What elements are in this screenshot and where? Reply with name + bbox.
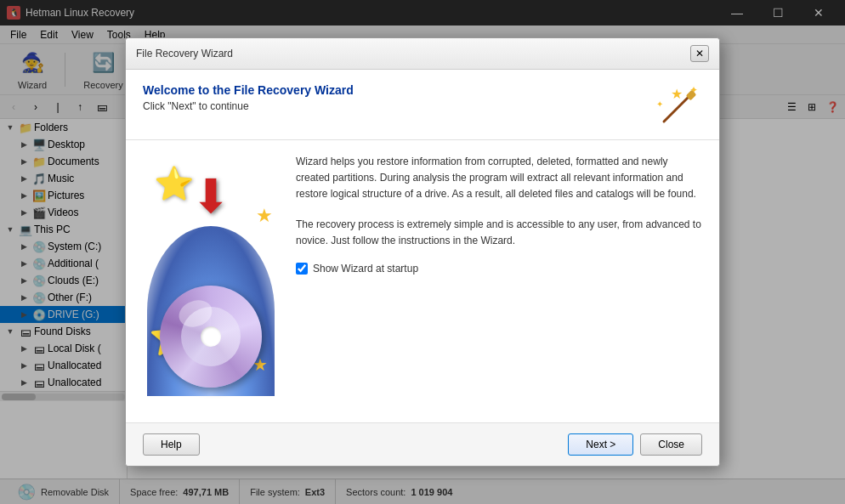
footer-left: Help — [143, 433, 200, 456]
down-arrow: ⬇ — [191, 173, 230, 220]
star-small-right: ★ — [256, 205, 273, 227]
wizard-image: ⭐ ★ ★ ⭐ ⬇ — [143, 154, 279, 409]
cd-disc — [160, 286, 262, 388]
star-large: ⭐ — [154, 165, 194, 202]
close-button[interactable]: Close — [640, 433, 702, 456]
wizard-content: ⭐ ★ ★ ⭐ ⬇ — [126, 140, 719, 422]
show-wizard-checkbox-row: Show Wizard at startup — [296, 263, 702, 275]
wizard-header-text: Welcome to the File Recovery Wizard Clic… — [143, 83, 651, 112]
wizard-header-icon: ★ ✦ ✦ — [651, 83, 702, 126]
wizard-description-1: Wizard helps you restore information fro… — [296, 154, 702, 203]
show-wizard-label[interactable]: Show Wizard at startup — [313, 263, 418, 275]
dialog-close-button[interactable]: ✕ — [690, 45, 709, 62]
next-button[interactable]: Next > — [568, 433, 633, 456]
magic-wand-svg: ★ ✦ ✦ — [651, 83, 702, 126]
file-recovery-dialog: File Recovery Wizard ✕ Welcome to the Fi… — [125, 37, 720, 467]
svg-text:★: ★ — [671, 87, 683, 101]
dialog-title: File Recovery Wizard — [136, 48, 233, 59]
help-button[interactable]: Help — [143, 433, 200, 456]
wizard-title: Welcome to the File Recovery Wizard — [143, 83, 651, 97]
wizard-text-area: Wizard helps you restore information fro… — [296, 154, 702, 409]
modal-overlay: File Recovery Wizard ✕ Welcome to the Fi… — [0, 0, 845, 504]
wizard-subtitle: Click "Next" to continue — [143, 100, 651, 112]
dialog-title-bar: File Recovery Wizard ✕ — [126, 38, 719, 70]
wizard-footer: Help Next > Close — [126, 422, 719, 466]
wizard-header: Welcome to the File Recovery Wizard Clic… — [126, 70, 719, 140]
svg-text:✦: ✦ — [656, 99, 663, 109]
wizard-description-2: The recovery process is extremely simple… — [296, 217, 702, 249]
show-wizard-checkbox[interactable] — [296, 263, 308, 275]
footer-right: Next > Close — [568, 433, 702, 456]
